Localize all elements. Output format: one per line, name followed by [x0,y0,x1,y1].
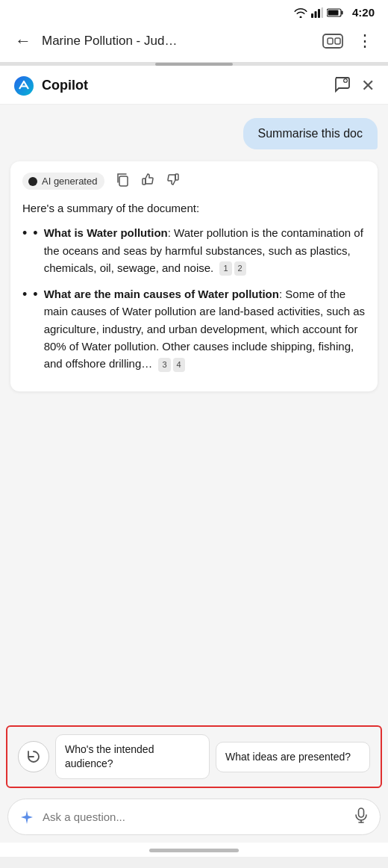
bullet-dot-2: • [33,285,37,304]
status-icons [294,7,343,18]
suggestion-2-label: What ideas are presented? [225,751,351,763]
battery-icon [327,8,343,17]
ai-card-header: AI generated [22,172,366,190]
ai-intro-text: Here's a summary of the document: [22,199,366,217]
user-message-text: Summarise this doc [243,118,378,149]
microphone-button[interactable] [353,807,369,827]
chat-area: Summarise this doc AI generated [0,105,388,725]
status-time: 4:20 [352,6,375,19]
svg-rect-5 [341,10,342,14]
copilot-header: Copilot ✕ [0,66,388,105]
nav-bar: ← Marine Pollution - Jud… ⋮ [0,22,388,63]
home-bar [149,849,239,852]
copilot-header-actions: ✕ [333,75,375,96]
bullet-item-1: • What is Water pollution: Water polluti… [22,224,366,276]
home-indicator [0,843,388,857]
scroll-indicator [0,63,388,66]
new-chat-button[interactable] [333,75,351,96]
copilot-toggle-icon[interactable] [319,28,346,55]
ai-text-body: Here's a summary of the document: • What… [22,199,366,372]
svg-rect-9 [335,38,340,44]
back-button[interactable]: ← [10,30,36,52]
scroll-thumb [155,63,233,66]
copilot-logo [13,75,34,96]
status-bar: 4:20 [0,0,388,22]
more-options-button[interactable]: ⋮ [352,30,378,52]
footnote-4[interactable]: 4 [173,358,185,372]
bullet-1-content: What is Water pollution: Water pollution… [44,224,366,276]
suggestion-1-label: Who's the intended audience? [65,743,154,769]
signal-icon [311,7,323,18]
thumbs-down-button[interactable] [166,172,181,190]
main-content: Copilot ✕ Summarise this doc [0,66,388,857]
suggestion-button-1[interactable]: Who's the intended audience? [55,734,210,779]
footnote-badges-1[interactable]: 1 2 [219,261,245,276]
suggestion-button-2[interactable]: What ideas are presented? [216,742,370,772]
ask-input-field[interactable] [43,810,345,823]
user-message: Summarise this doc [10,118,378,149]
ai-bullet-list: • What is Water pollution: Water polluti… [22,224,366,372]
bullet-item-2: • What are the main causes of Water poll… [22,285,366,372]
svg-rect-14 [119,176,128,186]
thumbs-up-button[interactable] [140,172,155,190]
svg-rect-16 [175,174,178,180]
svg-rect-17 [359,808,364,817]
footnote-1[interactable]: 1 [219,261,231,276]
close-button[interactable]: ✕ [361,76,375,96]
svg-rect-15 [143,179,146,185]
bullet-1-bold: What is Water pollution [44,226,168,239]
sparkle-icon [19,809,35,825]
footnote-2[interactable]: 2 [234,261,246,276]
ai-badge-dot [28,177,37,186]
svg-rect-6 [328,10,338,15]
copilot-title: Copilot [42,78,333,93]
suggestions-row: Who's the intended audience? What ideas … [6,725,382,788]
svg-rect-1 [314,11,316,18]
refresh-suggestions-button[interactable] [18,741,49,772]
ai-response-card: AI generated [10,161,378,391]
wifi-icon [294,7,307,18]
svg-rect-2 [318,9,320,18]
svg-rect-3 [321,7,323,18]
ai-badge-label: AI generated [42,176,97,187]
bullet-2-bold: What are the main causes of Water pollut… [44,288,279,300]
ask-bar [7,799,381,835]
svg-rect-8 [328,38,333,44]
bullet-dot: • [33,224,37,243]
bullet-2-content: What are the main causes of Water pollut… [44,285,366,372]
document-title: Marine Pollution - Jud… [42,34,313,49]
ai-generated-badge: AI generated [22,173,104,190]
copy-button[interactable] [115,172,130,190]
svg-rect-0 [311,13,313,18]
footnote-3[interactable]: 3 [158,358,170,372]
footnote-badges-2[interactable]: 3 4 [158,358,184,372]
